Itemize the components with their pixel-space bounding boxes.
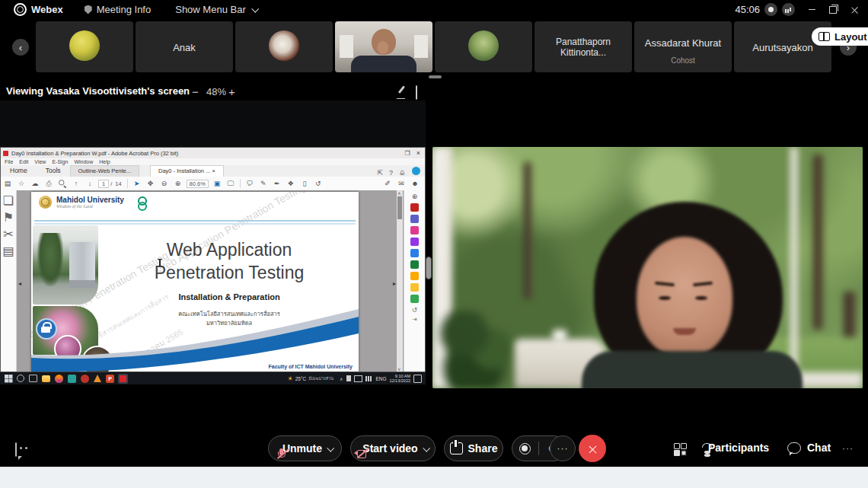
create-pdf-tool[interactable] [410, 215, 419, 223]
menu-help[interactable]: Help [99, 159, 110, 164]
doc-tab-outline[interactable]: Outline-Web Pente... [70, 165, 139, 177]
profile-icon[interactable]: ☻ [408, 178, 422, 189]
page-thumbnails-icon[interactable]: ❏ [2, 195, 15, 206]
shared-screen[interactable]: Day0 Installation & Preparation W.pdf - … [0, 100, 426, 384]
remote-language[interactable]: ENG [375, 376, 386, 381]
participant-thumb[interactable] [36, 21, 133, 72]
hand-tool-icon[interactable]: ✥ [144, 178, 158, 189]
bookmarks-icon[interactable]: ⚑ [2, 212, 15, 222]
unmute-options-chevron-icon[interactable] [327, 444, 334, 451]
remote-explorer-icon[interactable] [42, 375, 50, 382]
comment-tool[interactable] [410, 283, 419, 292]
pan-left-icon[interactable]: ◂ [18, 280, 21, 287]
pencil-icon[interactable]: ✎ [257, 178, 270, 189]
scroll-up-icon[interactable]: ∧ [397, 190, 400, 196]
restore-button[interactable] [822, 2, 844, 18]
stage-video[interactable] [432, 147, 863, 388]
page-down-icon[interactable]: ↓ [83, 178, 97, 189]
share-doc-icon[interactable]: ⇱ [377, 169, 383, 177]
cloud-upload-icon[interactable]: ☁ [28, 178, 42, 189]
remote-tray-chevron[interactable]: ∧ [340, 376, 343, 381]
menu-edit[interactable]: Edit [19, 159, 28, 164]
meeting-info-button[interactable]: Meeting Info [97, 4, 152, 15]
participant-thumb[interactable]: Panatthaporn Kittinonta... [535, 21, 632, 72]
filmstrip-resize-handle[interactable] [429, 75, 442, 78]
acrobat-restore-button[interactable]: ❐ [405, 150, 410, 157]
zoom-in-button[interactable]: + [228, 85, 235, 98]
edit-pdf-tool[interactable] [410, 226, 419, 234]
measure-tool-icon[interactable]: ⇥ [404, 316, 425, 323]
export-pdf-tool[interactable] [410, 203, 419, 212]
acrobat-close-button[interactable]: × [416, 149, 420, 157]
search-tool-icon[interactable]: ⊕ [404, 193, 425, 200]
recording-indicator-icon[interactable] [764, 3, 777, 16]
presentation-icon[interactable]: 🖵 [224, 178, 238, 189]
find-icon[interactable] [56, 178, 69, 189]
menu-window[interactable]: Window [74, 159, 93, 164]
minimize-button[interactable] [801, 2, 822, 18]
doc-tab-day0[interactable]: Day0 - Installation ... × [150, 165, 224, 177]
remote-vlc-icon[interactable] [94, 375, 101, 382]
document-scrollbar[interactable]: ∧ ∨ [397, 190, 403, 372]
combine-files-tool[interactable] [410, 260, 419, 269]
stage-resize-handle[interactable] [426, 257, 432, 279]
remote-action-center-icon[interactable] [413, 375, 422, 383]
comment-icon[interactable]: 🗩 [243, 178, 257, 189]
page-number-input[interactable]: 1 [98, 180, 109, 188]
participant-thumb[interactable] [235, 21, 333, 72]
tab-home[interactable]: Home [1, 165, 37, 177]
select-cursor-icon[interactable]: ➤ [130, 178, 144, 189]
scroll-down-icon[interactable]: ∨ [397, 366, 400, 372]
remote-start-icon[interactable] [5, 375, 12, 382]
webex-assistant-icon[interactable] [15, 442, 17, 457]
zoom-percent-select[interactable]: 80.6% [187, 180, 209, 188]
scrollbar-thumb[interactable] [397, 196, 402, 219]
zoom-out-button[interactable]: − [192, 85, 199, 98]
remote-app-teal-icon[interactable] [68, 375, 76, 383]
unmute-button[interactable]: Unmute [268, 435, 342, 461]
help-icon[interactable]: ? [389, 169, 393, 177]
bell-icon[interactable]: 🕭 [399, 169, 406, 177]
tab-tools[interactable]: Tools [37, 165, 70, 177]
page-up-icon[interactable]: ↑ [69, 178, 83, 189]
scan-ocr-tool[interactable] [410, 295, 419, 303]
participant-thumb-video[interactable] [335, 21, 432, 72]
chat-button[interactable]: Chat [787, 442, 831, 454]
save-icon[interactable]: ▤ [1, 178, 14, 189]
remote-acrobat-icon-active[interactable] [118, 374, 128, 384]
page-view-icon[interactable]: ▣ [210, 178, 224, 189]
record-icon[interactable] [519, 443, 531, 455]
stamp-icon[interactable]: ❖ [284, 178, 298, 189]
remote-powerpoint-icon[interactable]: P [106, 375, 114, 383]
video-options-chevron-icon[interactable] [423, 444, 430, 451]
fill-sign-icon[interactable]: ✐ [381, 178, 394, 189]
remote-app-red-icon[interactable] [81, 375, 89, 383]
refresh-tools-icon[interactable]: ↺ [404, 306, 425, 314]
delete-icon[interactable]: ▯ [298, 178, 311, 189]
account-avatar[interactable] [412, 167, 420, 175]
sign-icon[interactable]: ✒ [270, 178, 284, 189]
start-video-button[interactable]: Start video [350, 435, 436, 461]
layout-button[interactable]: Layout [812, 27, 868, 46]
pan-right-icon[interactable]: ▸ [393, 280, 396, 287]
more-options-button[interactable]: ··· [550, 435, 576, 461]
close-button[interactable] [844, 2, 865, 18]
remote-search-icon[interactable] [17, 375, 24, 382]
tab-close-icon[interactable]: × [212, 167, 215, 174]
fill-sign-tool[interactable] [410, 238, 419, 246]
participants-button[interactable]: Participants [702, 442, 769, 454]
participant-thumb[interactable] [435, 21, 532, 72]
connection-quality-icon[interactable] [782, 3, 795, 16]
remote-firefox-icon[interactable] [55, 375, 63, 383]
filmstrip-prev-button[interactable]: ‹ [12, 39, 29, 56]
menu-view[interactable]: View [34, 159, 46, 164]
participant-thumb[interactable]: Anak [136, 21, 233, 72]
share-button[interactable]: Share [444, 435, 503, 461]
send-mail-icon[interactable]: ✉ [394, 178, 408, 189]
print-icon[interactable]: ⎙ [42, 178, 56, 189]
display-options-icon[interactable] [416, 85, 417, 100]
acrobat-window[interactable]: Day0 Installation & Preparation W.pdf - … [0, 147, 426, 372]
star-icon[interactable]: ☆ [14, 178, 28, 189]
panel-more-button[interactable]: ··· [842, 443, 854, 454]
zoom-out-icon[interactable]: ⊖ [158, 178, 171, 189]
